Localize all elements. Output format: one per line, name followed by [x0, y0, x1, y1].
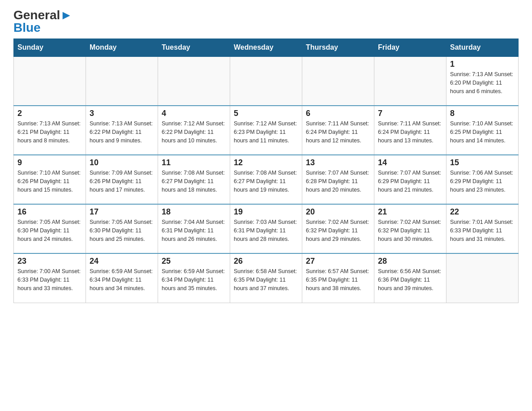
day-info: Sunrise: 6:59 AM Sunset: 6:34 PM Dayligh…: [90, 267, 154, 292]
calendar-cell: 13Sunrise: 7:07 AM Sunset: 6:28 PM Dayli…: [302, 155, 374, 204]
calendar-week-row: 16Sunrise: 7:05 AM Sunset: 6:30 PM Dayli…: [14, 204, 519, 253]
calendar-cell: 16Sunrise: 7:05 AM Sunset: 6:30 PM Dayli…: [14, 204, 86, 253]
day-info: Sunrise: 7:07 AM Sunset: 6:29 PM Dayligh…: [378, 169, 442, 194]
day-info: Sunrise: 7:05 AM Sunset: 6:30 PM Dayligh…: [90, 218, 154, 243]
day-info: Sunrise: 7:11 AM Sunset: 6:24 PM Dayligh…: [306, 120, 370, 145]
day-info: Sunrise: 7:13 AM Sunset: 6:21 PM Dayligh…: [17, 120, 82, 145]
day-info: Sunrise: 6:56 AM Sunset: 6:36 PM Dayligh…: [378, 267, 442, 292]
calendar-week-row: 1Sunrise: 7:13 AM Sunset: 6:20 PM Daylig…: [14, 56, 519, 106]
logo: General► Blue: [13, 9, 73, 34]
calendar-cell: 18Sunrise: 7:04 AM Sunset: 6:31 PM Dayli…: [158, 204, 230, 253]
calendar-cell: 2Sunrise: 7:13 AM Sunset: 6:21 PM Daylig…: [14, 106, 86, 155]
day-header-wednesday: Wednesday: [230, 39, 302, 57]
day-info: Sunrise: 7:05 AM Sunset: 6:30 PM Dayligh…: [17, 218, 82, 243]
day-number: 20: [306, 207, 370, 217]
day-number: 19: [234, 207, 298, 217]
day-number: 1: [450, 60, 515, 69]
calendar-cell: [158, 56, 230, 106]
calendar-cell: 1Sunrise: 7:13 AM Sunset: 6:20 PM Daylig…: [446, 56, 519, 106]
day-number: 25: [162, 257, 226, 266]
calendar-cell: 22Sunrise: 7:01 AM Sunset: 6:33 PM Dayli…: [446, 204, 519, 253]
calendar-header-row: SundayMondayTuesdayWednesdayThursdayFrid…: [14, 39, 519, 57]
calendar-cell: 27Sunrise: 6:57 AM Sunset: 6:35 PM Dayli…: [302, 253, 374, 303]
day-number: 7: [378, 109, 442, 118]
day-number: 4: [162, 109, 226, 118]
calendar-cell: 3Sunrise: 7:13 AM Sunset: 6:22 PM Daylig…: [86, 106, 158, 155]
calendar-cell: 25Sunrise: 6:59 AM Sunset: 6:34 PM Dayli…: [158, 253, 230, 303]
page-header: General► Blue: [13, 9, 519, 34]
calendar-cell: [374, 56, 446, 106]
day-number: 23: [17, 257, 82, 266]
calendar-cell: [86, 56, 158, 106]
day-number: 15: [450, 158, 515, 167]
day-header-saturday: Saturday: [446, 39, 519, 57]
day-info: Sunrise: 7:08 AM Sunset: 6:27 PM Dayligh…: [162, 169, 226, 194]
day-number: 3: [90, 109, 154, 118]
calendar-table: SundayMondayTuesdayWednesdayThursdayFrid…: [13, 39, 519, 303]
calendar-week-row: 23Sunrise: 7:00 AM Sunset: 6:33 PM Dayli…: [14, 253, 519, 303]
day-number: 5: [234, 109, 298, 118]
day-number: 14: [378, 158, 442, 167]
day-number: 10: [90, 158, 154, 167]
calendar-cell: 5Sunrise: 7:12 AM Sunset: 6:23 PM Daylig…: [230, 106, 302, 155]
day-info: Sunrise: 7:02 AM Sunset: 6:32 PM Dayligh…: [306, 218, 370, 243]
day-info: Sunrise: 7:12 AM Sunset: 6:23 PM Dayligh…: [234, 120, 298, 145]
day-number: 28: [378, 257, 442, 266]
day-info: Sunrise: 7:07 AM Sunset: 6:28 PM Dayligh…: [306, 169, 370, 194]
day-number: 27: [306, 257, 370, 266]
day-number: 8: [450, 109, 515, 118]
calendar-cell: 17Sunrise: 7:05 AM Sunset: 6:30 PM Dayli…: [86, 204, 158, 253]
calendar-cell: [14, 56, 86, 106]
day-number: 24: [90, 257, 154, 266]
day-info: Sunrise: 7:06 AM Sunset: 6:29 PM Dayligh…: [450, 169, 515, 194]
calendar-week-row: 9Sunrise: 7:10 AM Sunset: 6:26 PM Daylig…: [14, 155, 519, 204]
logo-blue: Blue: [13, 21, 41, 34]
day-info: Sunrise: 7:02 AM Sunset: 6:32 PM Dayligh…: [378, 218, 442, 243]
calendar-cell: 8Sunrise: 7:10 AM Sunset: 6:25 PM Daylig…: [446, 106, 519, 155]
day-info: Sunrise: 7:13 AM Sunset: 6:22 PM Dayligh…: [90, 120, 154, 145]
day-header-tuesday: Tuesday: [158, 39, 230, 57]
day-info: Sunrise: 7:12 AM Sunset: 6:22 PM Dayligh…: [162, 120, 226, 145]
calendar-cell: [302, 56, 374, 106]
day-number: 9: [17, 158, 82, 167]
calendar-cell: 21Sunrise: 7:02 AM Sunset: 6:32 PM Dayli…: [374, 204, 446, 253]
day-info: Sunrise: 7:03 AM Sunset: 6:31 PM Dayligh…: [234, 218, 298, 243]
day-number: 26: [234, 257, 298, 266]
calendar-cell: 15Sunrise: 7:06 AM Sunset: 6:29 PM Dayli…: [446, 155, 519, 204]
calendar-cell: 23Sunrise: 7:00 AM Sunset: 6:33 PM Dayli…: [14, 253, 86, 303]
day-number: 18: [162, 207, 226, 217]
calendar-cell: 7Sunrise: 7:11 AM Sunset: 6:24 PM Daylig…: [374, 106, 446, 155]
calendar-cell: 10Sunrise: 7:09 AM Sunset: 6:26 PM Dayli…: [86, 155, 158, 204]
day-header-monday: Monday: [86, 39, 158, 57]
day-number: 17: [90, 207, 154, 217]
day-info: Sunrise: 7:13 AM Sunset: 6:20 PM Dayligh…: [450, 70, 515, 95]
day-header-friday: Friday: [374, 39, 446, 57]
logo-arrow: ►: [60, 9, 73, 21]
day-info: Sunrise: 6:57 AM Sunset: 6:35 PM Dayligh…: [306, 267, 370, 292]
day-info: Sunrise: 7:10 AM Sunset: 6:26 PM Dayligh…: [17, 169, 82, 194]
day-number: 6: [306, 109, 370, 118]
day-number: 12: [234, 158, 298, 167]
calendar-cell: 19Sunrise: 7:03 AM Sunset: 6:31 PM Dayli…: [230, 204, 302, 253]
day-number: 13: [306, 158, 370, 167]
calendar-cell: 14Sunrise: 7:07 AM Sunset: 6:29 PM Dayli…: [374, 155, 446, 204]
calendar-cell: 24Sunrise: 6:59 AM Sunset: 6:34 PM Dayli…: [86, 253, 158, 303]
calendar-cell: 20Sunrise: 7:02 AM Sunset: 6:32 PM Dayli…: [302, 204, 374, 253]
calendar-week-row: 2Sunrise: 7:13 AM Sunset: 6:21 PM Daylig…: [14, 106, 519, 155]
calendar-cell: 12Sunrise: 7:08 AM Sunset: 6:27 PM Dayli…: [230, 155, 302, 204]
day-header-sunday: Sunday: [14, 39, 86, 57]
calendar-cell: 26Sunrise: 6:58 AM Sunset: 6:35 PM Dayli…: [230, 253, 302, 303]
day-number: 22: [450, 207, 515, 217]
day-info: Sunrise: 7:08 AM Sunset: 6:27 PM Dayligh…: [234, 169, 298, 194]
day-info: Sunrise: 6:59 AM Sunset: 6:34 PM Dayligh…: [162, 267, 226, 292]
calendar-cell: [446, 253, 519, 303]
day-number: 21: [378, 207, 442, 217]
day-info: Sunrise: 7:11 AM Sunset: 6:24 PM Dayligh…: [378, 120, 442, 145]
day-header-thursday: Thursday: [302, 39, 374, 57]
calendar-cell: 9Sunrise: 7:10 AM Sunset: 6:26 PM Daylig…: [14, 155, 86, 204]
day-number: 2: [17, 109, 82, 118]
calendar-cell: [230, 56, 302, 106]
day-number: 16: [17, 207, 82, 217]
day-number: 11: [162, 158, 226, 167]
logo-general: General►: [13, 9, 73, 21]
